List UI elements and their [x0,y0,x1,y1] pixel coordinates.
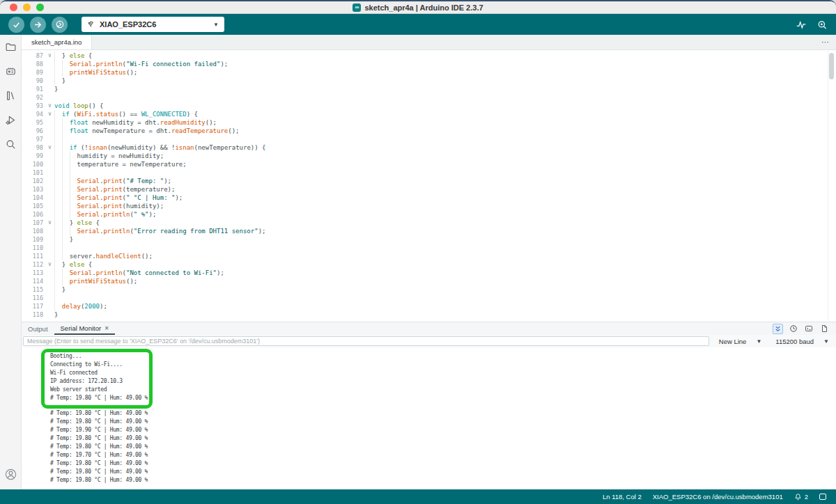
code-line[interactable]: 114 printWiFiStatus(); [22,277,836,285]
code-line[interactable]: 118} [22,310,836,319]
serial-monitor-icon[interactable] [816,19,828,30]
board-selector-label: XIAO_ESP32C6 [100,20,208,29]
code-text: } else { [54,219,100,227]
indent-guide [62,194,63,202]
line-number: 115 [22,285,45,294]
sidebar-item-debug[interactable] [4,113,17,126]
serial-output-line: IP address: 172.20.10.3 [50,377,836,386]
console-mode-button[interactable] [803,324,814,334]
panel-layout-icon[interactable] [819,494,826,500]
fold-arrow-icon[interactable]: ∨ [45,52,54,60]
tab-serial-monitor[interactable]: Serial Monitor × [54,322,115,335]
code-line[interactable]: 105 Serial.print(humidity); [22,202,836,210]
code-line[interactable]: 97 [22,135,836,143]
sidebar-item-search[interactable] [4,138,17,150]
indent-guide [54,302,55,310]
code-line[interactable]: 109 } [22,235,836,244]
chevron-down-icon: ▼ [213,22,219,28]
cursor-position[interactable]: Ln 118, Col 2 [603,493,642,501]
indent-guide [54,185,55,194]
board-port-status[interactable]: XIAO_ESP32C6 on /dev/cu.usbmodem3101 [653,493,783,501]
code-line[interactable]: 104 Serial.print(" °C | Hum: "); [22,194,836,202]
line-ending-value: New Line [719,338,747,345]
code-line[interactable]: 102 Serial.print("# Temp: "); [22,177,836,185]
sidebar-item-boards-manager[interactable] [4,65,17,77]
sidebar-item-sketchbook[interactable] [4,40,17,53]
tab-output[interactable]: Output [22,322,54,335]
sidebar-item-library-manager[interactable] [4,89,17,102]
code-line[interactable]: 98∨ if (!isnan(newHumidity) && !isnan(ne… [22,143,836,152]
tab-sketch[interactable]: sketch_apr4a.ino [22,35,92,49]
line-number: 97 [22,135,45,143]
code-line[interactable]: 110 [22,244,836,252]
timestamp-toggle[interactable] [788,324,798,334]
toolbar: XIAO_ESP32C6 ▼ [0,14,836,35]
serial-output-line: # Temp: 19.80 °C | Hum: 49.00 % [50,468,836,476]
upload-button[interactable] [30,17,46,33]
code-line[interactable]: 116 [22,294,836,302]
notifications-status[interactable]: 2 [794,493,808,501]
check-icon [12,20,21,29]
tab-overflow-menu[interactable]: ⋯ [814,35,836,49]
line-number: 103 [22,185,45,194]
verify-button[interactable] [8,17,24,33]
line-number: 101 [22,168,45,177]
code-text: delay(2000); [54,302,107,310]
close-icon[interactable]: × [104,324,109,332]
code-line[interactable]: 103 Serial.print(temperature); [22,185,836,194]
code-line[interactable]: 95 float newHumidity = dht.readHumidity(… [22,118,836,127]
account-button[interactable] [4,468,17,481]
code-editor[interactable]: 87∨ } else {88 Serial.println("Wi-Fi con… [22,50,836,322]
code-line[interactable]: 101 [22,168,836,177]
code-line[interactable]: 87∨ } else { [22,52,836,60]
line-ending-dropdown[interactable]: New Line ▼ [715,338,766,345]
code-line[interactable]: 117 delay(2000); [22,302,836,310]
autoscroll-toggle[interactable] [773,324,783,334]
chevron-down-icon: ▼ [756,338,761,345]
editor-scrollbar-thumb[interactable] [829,53,834,79]
line-number: 89 [22,68,45,77]
serial-plotter-icon[interactable] [796,19,807,30]
indent-guide [54,285,55,294]
line-number: 102 [22,177,45,185]
line-number: 117 [22,302,45,310]
code-line[interactable]: 96 float newTemperature = dht.readTemper… [22,127,836,135]
indent-guide [62,60,63,68]
code-line[interactable]: 108 Serial.println("Error reading from D… [22,227,836,235]
code-line[interactable]: 106 Serial.println(" %"); [22,210,836,219]
code-line[interactable]: 92 [22,93,836,102]
indent-guide [62,252,63,260]
code-text: Serial.println("Not connected to Wi-Fi")… [54,269,224,277]
code-line[interactable]: 107∨ } else { [22,219,836,227]
code-line[interactable]: 115 } [22,285,836,294]
code-line[interactable]: 99 humidity = newHumidity; [22,152,836,160]
fold-arrow-icon[interactable]: ∨ [45,219,54,227]
indent-guide [54,152,55,160]
serial-message-input[interactable] [23,336,709,346]
tab-output-label: Output [28,325,48,333]
baud-rate-dropdown[interactable]: 115200 baud ▼ [771,338,833,345]
fold-arrow-icon[interactable]: ∨ [45,260,54,269]
fold-arrow-icon[interactable]: ∨ [45,143,54,152]
code-line[interactable]: 100 temperature = newTemperature; [22,160,836,168]
chevron-down-icon: ▼ [823,338,829,345]
search-icon [5,139,17,150]
code-line[interactable]: 112∨ } else { [22,260,836,269]
code-line[interactable]: 89 printWiFiStatus(); [22,68,836,77]
serial-monitor-output[interactable]: Booting...Connecting to Wi-Fi....Wi-Fi c… [22,347,836,489]
clear-output-button[interactable] [819,324,829,334]
code-line[interactable]: 93∨void loop() { [22,102,836,110]
debug-button[interactable] [52,17,68,33]
code-line[interactable]: 88 Serial.println("Wi-Fi connection fail… [22,60,836,68]
code-line[interactable]: 113 Serial.println("Not connected to Wi-… [22,269,836,277]
code-line[interactable]: 90 } [22,77,836,85]
usb-icon [87,20,95,29]
fold-arrow-icon[interactable]: ∨ [45,102,54,110]
code-line[interactable]: 94∨ if (WiFi.status() == WL_CONNECTED) { [22,110,836,118]
code-line[interactable]: 91} [22,85,836,93]
line-number: 92 [22,93,45,102]
board-selector-dropdown[interactable]: XIAO_ESP32C6 ▼ [82,17,224,32]
fold-arrow-icon[interactable]: ∨ [45,110,54,118]
baud-rate-value: 115200 baud [775,338,814,345]
code-line[interactable]: 111 server.handleClient(); [22,252,836,260]
